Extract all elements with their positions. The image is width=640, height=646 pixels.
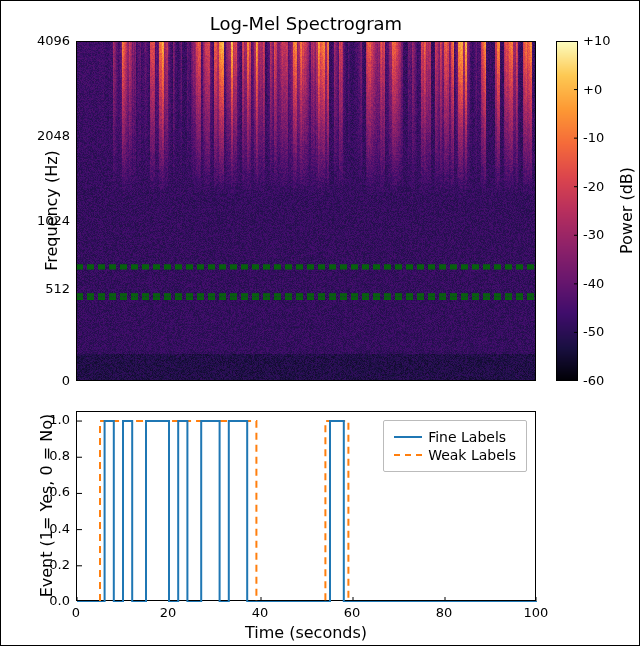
tick-label: 20 [148, 605, 188, 620]
spectrogram-ylabel: Frequency (Hz) [42, 131, 61, 291]
legend-item-weak: Weak Labels [394, 447, 516, 463]
tick-label: 4096 [30, 33, 70, 48]
figure-frame: Log-Mel Spectrogram Frequency (Hz) Power… [0, 0, 640, 646]
colorbar-label: Power (dB) [617, 151, 636, 271]
event-ylabel: Event (1= Yes, 0 = No) [37, 406, 56, 606]
spectrogram-title: Log-Mel Spectrogram [76, 13, 536, 34]
tick-label: -30 [583, 227, 604, 242]
event-legend: Fine Labels Weak Labels [383, 420, 527, 472]
colorbar [556, 41, 578, 381]
tick-label: -10 [583, 130, 604, 145]
colorbar-gradient [556, 41, 578, 381]
tick-label: -20 [583, 179, 604, 194]
event-xlabel: Time (seconds) [76, 623, 536, 642]
tick-label: 80 [424, 605, 464, 620]
tick-label: 512 [30, 281, 70, 296]
tick-label: 0.4 [30, 521, 70, 536]
tick-label: -60 [583, 373, 604, 388]
tick-label: -50 [583, 324, 604, 339]
spectrogram-heatmap [76, 41, 536, 381]
legend-label: Weak Labels [428, 447, 516, 463]
legend-item-fine: Fine Labels [394, 429, 516, 445]
tick-label: 100 [516, 605, 556, 620]
dashed-line-icon [394, 454, 422, 456]
tick-label: 0.0 [30, 593, 70, 608]
legend-label: Fine Labels [428, 429, 506, 445]
tick-label: 0.8 [30, 448, 70, 463]
tick-label: 2048 [30, 128, 70, 143]
tick-label: +10 [583, 33, 610, 48]
tick-label: 1.0 [30, 412, 70, 427]
tick-label: 1024 [30, 213, 70, 228]
tick-label: -40 [583, 276, 604, 291]
tick-label: +0 [583, 82, 602, 97]
line-icon [394, 436, 422, 438]
tick-label: 0.2 [30, 557, 70, 572]
event-axes: Fine Labels Weak Labels [76, 411, 536, 601]
tick-label: 60 [332, 605, 372, 620]
spectrogram-axes [76, 41, 536, 381]
tick-label: 40 [240, 605, 280, 620]
tick-label: 0.6 [30, 484, 70, 499]
tick-label: 0 [30, 373, 70, 388]
